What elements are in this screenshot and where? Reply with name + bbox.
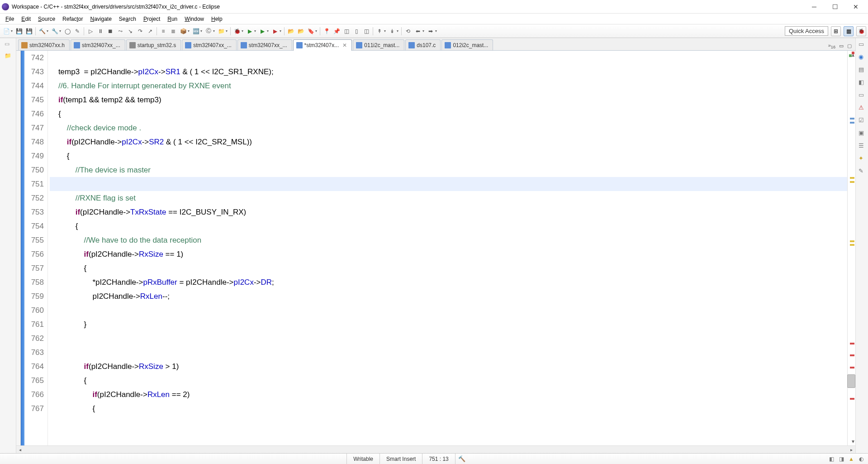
close-icon[interactable]: ✕ [342, 42, 347, 48]
open-folder-button[interactable]: 📂 [296, 27, 305, 36]
overview-mark[interactable] [850, 181, 854, 183]
overview-mark[interactable] [850, 118, 854, 120]
tab-stm32f407xx-1[interactable]: stm32f407xx_... [71, 39, 125, 50]
coverage-button[interactable]: ▶ [258, 27, 267, 36]
tasks-view-icon[interactable]: ☑ [859, 117, 866, 124]
toggle-button[interactable]: ✎ [73, 27, 82, 36]
tab-stm32f407xx-4[interactable]: stm32f407xx_... [237, 39, 292, 50]
console-view-icon[interactable]: ▣ [859, 129, 866, 137]
status-build-icon[interactable]: 🔨 [455, 454, 468, 464]
tab-012i2c-mast[interactable]: 012i2c_mast... [441, 39, 493, 50]
status-icon-2[interactable]: ◨ [837, 455, 845, 463]
build-all-button[interactable]: 🔧 [50, 27, 59, 36]
outline-button[interactable]: ▯ [352, 27, 361, 36]
menu-search[interactable]: Search [115, 15, 140, 23]
status-writable[interactable]: Writable [346, 454, 379, 464]
restore-right-icon[interactable]: ▭ [859, 41, 866, 48]
step-over-icon[interactable]: ↷ [136, 27, 145, 36]
debug-perspective-button[interactable]: 🐞 [856, 26, 866, 36]
last-edit-button[interactable]: ⟲ [403, 27, 413, 36]
call-hierarchy-icon[interactable]: ✎ [859, 167, 866, 175]
new-class-button[interactable]: Ⓒ [204, 27, 213, 36]
tab-ds107[interactable]: ds107.c [405, 39, 441, 50]
resume-icon[interactable]: ▷ [86, 27, 95, 36]
overview-mark[interactable] [850, 367, 854, 368]
debug-button[interactable]: 🐞 [232, 27, 242, 36]
search-view-icon[interactable]: ✦ [859, 155, 866, 162]
new-button[interactable]: 📄 [2, 27, 11, 36]
problems-view-icon[interactable]: ⚠ [859, 104, 866, 111]
build-target-button[interactable]: ◯ [63, 27, 72, 36]
disconnect-icon[interactable]: ⤳ [116, 27, 125, 36]
code-content[interactable]: temp3 = pI2CHandle->pI2Cx->SR1 & ( 1 << … [48, 51, 847, 445]
tab-stm32f407x-active[interactable]: *stm32f407x...✕ [293, 39, 352, 51]
menu-refactor[interactable]: Refactor [59, 15, 86, 23]
build-button[interactable]: 🔨 [38, 27, 47, 36]
minimize-button[interactable]: ─ [804, 0, 825, 13]
open-type-button[interactable]: 📦 [179, 27, 188, 36]
mark-button[interactable]: 📍 [322, 27, 331, 36]
new-cpp-button[interactable]: 🆕 [191, 27, 200, 36]
split-button[interactable]: ◫ [362, 27, 371, 36]
tab-overflow-button[interactable]: »16 [827, 42, 836, 50]
open-perspective-button[interactable]: ⊞ [831, 26, 841, 36]
menu-edit[interactable]: Edit [18, 15, 34, 23]
scroll-left-icon[interactable]: ◂ [16, 447, 24, 452]
tab-startup-stm32[interactable]: startup_stm32.s [126, 39, 181, 50]
scroll-thumb[interactable] [847, 374, 855, 388]
overview-mark[interactable] [850, 398, 854, 400]
outline-view-icon[interactable]: ◉ [859, 53, 866, 61]
scroll-up-icon[interactable]: ▴ [852, 52, 854, 58]
overview-mark[interactable] [850, 177, 854, 179]
scroll-down-icon[interactable]: ▾ [852, 438, 854, 445]
align2-icon[interactable]: ≣ [169, 27, 178, 36]
maximize-button[interactable]: ☐ [825, 0, 845, 13]
status-insert-mode[interactable]: Smart Insert [379, 454, 422, 464]
horizontal-scrollbar[interactable]: ◂ ▸ [16, 445, 855, 453]
new-folder-button[interactable]: 📁 [217, 27, 226, 36]
overview-mark[interactable] [850, 244, 854, 246]
close-button[interactable]: ✕ [845, 0, 866, 13]
task-list-icon[interactable]: ▤ [859, 66, 866, 73]
folding-ruler[interactable] [21, 51, 24, 445]
menu-help[interactable]: Help [208, 15, 226, 23]
cpp-perspective-button[interactable]: ▦ [844, 26, 854, 36]
open-project-button[interactable]: 📂 [286, 27, 295, 36]
menu-source[interactable]: Source [34, 15, 59, 23]
tab-stm32f407xx-3[interactable]: stm32f407xx_... [182, 39, 237, 50]
save-button[interactable]: 💾 [14, 27, 24, 36]
stop-icon[interactable]: ⏹ [106, 27, 115, 36]
profile-button[interactable]: ▶ [270, 27, 280, 36]
quick-access-input[interactable]: Quick Access [785, 26, 828, 36]
back-button[interactable]: ⬅ [413, 27, 422, 36]
save-all-button[interactable]: 💾 [24, 27, 33, 36]
status-icon-4[interactable]: ◐ [857, 455, 865, 463]
pin-button[interactable]: 📌 [332, 27, 341, 36]
status-icon-1[interactable]: ◧ [827, 455, 835, 463]
pause-icon[interactable]: ⏸ [96, 27, 105, 36]
line-number-column[interactable]: 7427437447457467477487497507517527537547… [24, 51, 48, 445]
overview-mark[interactable] [850, 240, 854, 242]
overview-ruler[interactable]: ▴ ▾ [847, 51, 855, 445]
menu-navigate[interactable]: Navigate [86, 15, 115, 23]
menu-run[interactable]: Run [164, 15, 181, 23]
overview-mark[interactable] [850, 122, 854, 124]
menu-project[interactable]: Project [140, 15, 164, 23]
run-button[interactable]: ▶ [245, 27, 254, 36]
project-explorer-icon[interactable]: 📁 [5, 53, 12, 60]
align-icon[interactable]: ≡ [159, 27, 168, 36]
toggle-bookmark-button[interactable]: 🔖 [306, 27, 315, 36]
menu-file[interactable]: File [2, 15, 18, 23]
step-return-icon[interactable]: ↗ [146, 27, 155, 36]
overview-mark[interactable] [850, 354, 854, 356]
step-into-icon[interactable]: ↘ [126, 27, 135, 36]
restore-bottom-icon[interactable]: ▭ [859, 91, 866, 99]
overview-mark[interactable] [850, 343, 854, 344]
properties-view-icon[interactable]: ☰ [859, 142, 866, 149]
forward-button[interactable]: ➡ [426, 27, 435, 36]
maximize-editor-icon[interactable]: ▢ [846, 42, 853, 50]
menu-window[interactable]: Window [181, 15, 208, 23]
tab-011i2c-mast[interactable]: 011i2c_mast... [353, 39, 404, 50]
tab-stm32f407xx-h[interactable]: stm32f407xx.h [18, 39, 70, 50]
scroll-right-icon[interactable]: ▸ [848, 447, 855, 452]
